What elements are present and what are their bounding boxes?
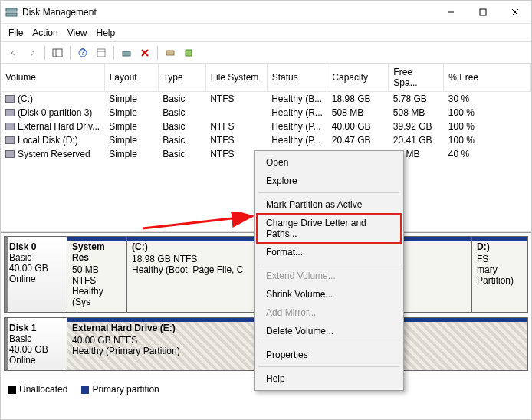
toolbar: ? (1, 42, 531, 64)
svg-rect-3 (480, 9, 486, 15)
svg-rect-0 (6, 8, 17, 11)
show-hide-icon[interactable] (49, 45, 66, 61)
app-icon (5, 6, 18, 18)
volume-name: External Hard Driv... (18, 121, 100, 132)
menu-change-drive-letter[interactable]: Change Drive Letter and Paths... (257, 214, 401, 243)
volume-icon (5, 109, 15, 116)
volume-icon (5, 123, 15, 130)
back-icon[interactable] (5, 45, 22, 61)
separator (70, 46, 71, 60)
col-volume[interactable]: Volume (1, 64, 104, 92)
partition-icon[interactable] (180, 45, 197, 61)
separator (157, 46, 158, 60)
menu-file[interactable]: File (8, 28, 23, 38)
cell-layout: Simple (104, 147, 158, 161)
volume-icon (5, 95, 15, 103)
cell-fs (205, 106, 267, 120)
disk-label[interactable]: Disk 0Basic40.00 GBOnline (5, 237, 67, 312)
close-button[interactable] (499, 1, 531, 24)
partition[interactable]: D:)FSmary Partition) (472, 237, 527, 312)
col-status[interactable]: Status (267, 64, 327, 92)
cell-layout: Simple (104, 92, 158, 107)
cell-pct: 40 % (444, 147, 531, 161)
col-layout[interactable]: Layout (104, 64, 158, 92)
separator (258, 366, 399, 367)
cell-type: Basic (158, 133, 205, 147)
disk-type: Basic (9, 252, 62, 263)
cell-status: Healthy (R... (267, 106, 327, 120)
volume-icon (5, 136, 15, 144)
disk-name: Disk 1 (9, 323, 62, 333)
cell-layout: Simple (104, 120, 158, 133)
cell-free: 508 MB (389, 106, 444, 120)
volume-name: (C:) (18, 94, 33, 104)
svg-rect-10 (97, 49, 105, 57)
svg-rect-16 (186, 50, 192, 56)
disk-status: Online (9, 355, 62, 366)
menu-properties[interactable]: Properties (257, 346, 401, 364)
partition-status: mary Partition) (477, 264, 523, 286)
help-icon[interactable]: ? (74, 45, 91, 61)
volume-name: Local Disk (D:) (18, 135, 78, 146)
table-row[interactable]: Local Disk (D:)SimpleBasicNTFSHealthy (P… (1, 133, 531, 147)
disk-status: Online (9, 274, 62, 284)
menu-shrink-volume[interactable]: Shrink Volume... (257, 285, 401, 304)
cell-fs: NTFS (205, 92, 267, 107)
minimize-button[interactable] (435, 1, 467, 24)
maximize-button[interactable] (467, 1, 499, 24)
cell-capacity: 40.00 GB (327, 120, 389, 133)
delete-icon[interactable] (136, 45, 153, 61)
volume-name: (Disk 0 partition 3) (18, 107, 92, 118)
table-row[interactable]: External Hard Driv...SimpleBasicNTFSHeal… (1, 120, 531, 133)
forward-icon[interactable] (24, 45, 41, 61)
col-free[interactable]: Free Spa... (389, 64, 444, 92)
partition-status: Healthy (Boot, Page File, C (132, 264, 252, 275)
menu-action[interactable]: Action (32, 28, 57, 38)
cell-capacity: 18.98 GB (327, 92, 389, 107)
unallocated-swatch (8, 386, 16, 394)
table-row[interactable]: (C:)SimpleBasicNTFSHealthy (B...18.98 GB… (1, 92, 531, 107)
separator (44, 46, 45, 60)
menu-delete-volume[interactable]: Delete Volume... (257, 322, 401, 340)
partition[interactable]: (C:)18.98 GB NTFSHealthy (Boot, Page Fil… (127, 237, 258, 312)
partition-size: 50 MB NTFS (72, 264, 122, 286)
cell-layout: Simple (104, 106, 158, 120)
cell-pct: 100 % (444, 120, 531, 133)
disk-label[interactable]: Disk 1Basic40.00 GBOnline (5, 318, 67, 370)
menu-open[interactable]: Open (257, 153, 401, 172)
partition-size: FS (477, 254, 523, 264)
legend-unallocated: Unallocated (19, 384, 67, 395)
separator (258, 192, 399, 193)
col-type[interactable]: Type (158, 64, 205, 92)
menu-mark-active[interactable]: Mark Partition as Active (257, 195, 401, 214)
menu-view[interactable]: View (67, 28, 87, 38)
cell-fs: NTFS (205, 120, 267, 133)
cell-layout: Simple (104, 133, 158, 147)
separator (258, 264, 399, 264)
cell-type: Basic (158, 120, 205, 133)
menu-explore[interactable]: Explore (257, 172, 401, 190)
svg-rect-6 (53, 49, 62, 57)
cell-type: Basic (158, 92, 205, 107)
partition-size: 18.98 GB NTFS (132, 254, 252, 264)
refresh-icon[interactable] (118, 45, 135, 61)
svg-text:?: ? (80, 48, 86, 57)
cell-capacity: 20.47 GB (327, 133, 389, 147)
menu-add-mirror: Add Mirror... (257, 304, 401, 322)
partition-title: D:) (477, 241, 523, 252)
svg-rect-12 (123, 51, 130, 56)
table-row[interactable]: (Disk 0 partition 3)SimpleBasicHealthy (… (1, 106, 531, 120)
cell-type: Basic (158, 106, 205, 120)
cell-pct: 100 % (444, 133, 531, 147)
disk-icon[interactable] (162, 45, 179, 61)
svg-rect-1 (6, 13, 17, 16)
menu-help[interactable]: Help (257, 369, 401, 388)
col-capacity[interactable]: Capacity (327, 64, 389, 92)
settings-icon[interactable] (93, 45, 110, 61)
partition-title: (C:) (132, 241, 252, 252)
menu-help[interactable]: Help (97, 28, 116, 38)
col-fs[interactable]: File System (205, 64, 267, 92)
partition[interactable]: System Res50 MB NTFSHealthy (Sys (67, 237, 127, 312)
menu-format[interactable]: Format... (257, 243, 401, 261)
col-pct[interactable]: % Free (444, 64, 531, 92)
